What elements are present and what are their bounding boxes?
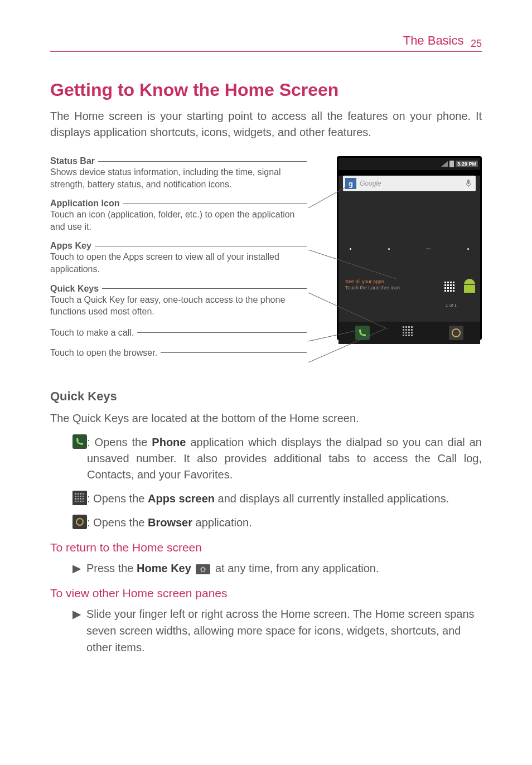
callout-text: Touch to make a call. — [50, 328, 134, 338]
header-rule — [50, 51, 482, 52]
home-key-icon — [196, 564, 210, 574]
launcher-hint: See all your apps. Touch the Launcher ic… — [345, 279, 402, 291]
callout-desc: Touch to open the Apps screen to view al… — [50, 251, 307, 275]
return-home-heading: To return to the Home screen — [50, 541, 482, 554]
bullet-icon: ▶ — [72, 606, 81, 656]
other-panes-step: ▶ Slide your finger left or right across… — [50, 606, 482, 656]
page-number: 25 — [471, 38, 482, 49]
quick-keys-list: : Opens the Phone application which disp… — [50, 434, 482, 531]
callout-title: Application Icon — [50, 198, 119, 209]
main-heading: Getting to Know the Home Screen — [50, 80, 482, 100]
callout-apps-key: Apps Key Touch to open the Apps screen t… — [50, 241, 307, 275]
callout-make-call: Touch to make a call. — [50, 328, 307, 338]
list-item-text: : Opens the Phone application which disp… — [87, 434, 482, 483]
phone-screenshot: 3:29 PM g Google See all your apps. Touc… — [337, 156, 482, 340]
phone-icon — [72, 434, 87, 449]
callout-title: Quick Keys — [50, 284, 99, 294]
google-g-icon: g — [345, 178, 356, 189]
quick-keys-heading: Quick Keys — [50, 389, 482, 404]
apps-screen-icon — [72, 491, 87, 505]
google-search-widget[interactable]: g Google — [343, 176, 476, 191]
svg-rect-0 — [467, 180, 470, 184]
callout-desc: Shows device status information, includi… — [50, 166, 307, 190]
callout-quick-keys: Quick Keys Touch a Quick Key for easy, o… — [50, 284, 307, 318]
search-placeholder: Google — [356, 180, 463, 187]
dock-browser-icon[interactable] — [449, 326, 463, 340]
wallpaper-dots — [338, 248, 480, 250]
callout-desc: Touch a Quick Key for easy, one-touch ac… — [50, 294, 307, 318]
signal-icon — [441, 161, 448, 167]
browser-icon — [72, 515, 87, 529]
apps-key-icon[interactable] — [444, 282, 458, 295]
callout-title: Status Bar — [50, 156, 95, 166]
intro-paragraph: The Home screen is your starting point t… — [50, 108, 482, 141]
list-item-text: : Opens the Browser application. — [87, 515, 482, 531]
hint-line1: See all your apps. — [345, 279, 402, 285]
callout-app-icon: Application Icon Touch an icon (applicat… — [50, 198, 307, 233]
leader-line — [123, 204, 307, 204]
status-time: 3:29 PM — [456, 161, 478, 167]
page-header: The Basics 25 — [50, 33, 482, 52]
section-name: The Basics — [403, 33, 464, 47]
return-home-step: ▶ Press the Home Key at any time, from a… — [50, 560, 482, 577]
other-panes-heading: To view other Home screen panes — [50, 587, 482, 600]
quick-key-phone: : Opens the Phone application which disp… — [72, 434, 482, 483]
phone-home-content: g Google See all your apps. Touch the La… — [338, 176, 480, 344]
hint-line2: Touch the Launcher icon. — [345, 285, 402, 291]
list-item-text: : Opens the Apps screen and displays all… — [87, 491, 482, 507]
bullet-text: Slide your finger left or right across t… — [86, 606, 482, 656]
callout-title: Apps Key — [50, 241, 91, 251]
leader-line — [137, 332, 307, 333]
bullet-text: Press the Home Key at any time, from any… — [86, 560, 482, 577]
battery-icon — [449, 161, 454, 167]
home-screen-diagram: Status Bar Shows device status informati… — [50, 156, 482, 379]
leader-line — [98, 161, 307, 162]
leader-line — [102, 288, 307, 289]
android-icon[interactable] — [462, 279, 477, 296]
phone-dock — [338, 322, 480, 344]
dock-phone-icon[interactable] — [355, 326, 370, 340]
bullet-icon: ▶ — [72, 560, 81, 577]
callouts-column: Status Bar Shows device status informati… — [50, 156, 307, 358]
phone-status-bar: 3:29 PM — [338, 158, 480, 170]
page-indicator: 1 of 1 — [446, 303, 457, 308]
leader-line — [95, 246, 307, 246]
leader-line — [161, 352, 307, 353]
callout-desc: Touch an icon (application, folder, etc.… — [50, 209, 307, 233]
quick-key-apps: : Opens the Apps screen and displays all… — [72, 491, 482, 507]
callout-text: Touch to open the browser. — [50, 348, 157, 358]
callout-status-bar: Status Bar Shows device status informati… — [50, 156, 307, 190]
quick-keys-intro: The Quick Keys are located at the bottom… — [50, 410, 482, 427]
mic-icon[interactable] — [463, 178, 473, 188]
callout-open-browser: Touch to open the browser. — [50, 348, 307, 358]
quick-key-browser: : Opens the Browser application. — [72, 515, 482, 531]
dock-apps-icon[interactable] — [403, 326, 416, 340]
